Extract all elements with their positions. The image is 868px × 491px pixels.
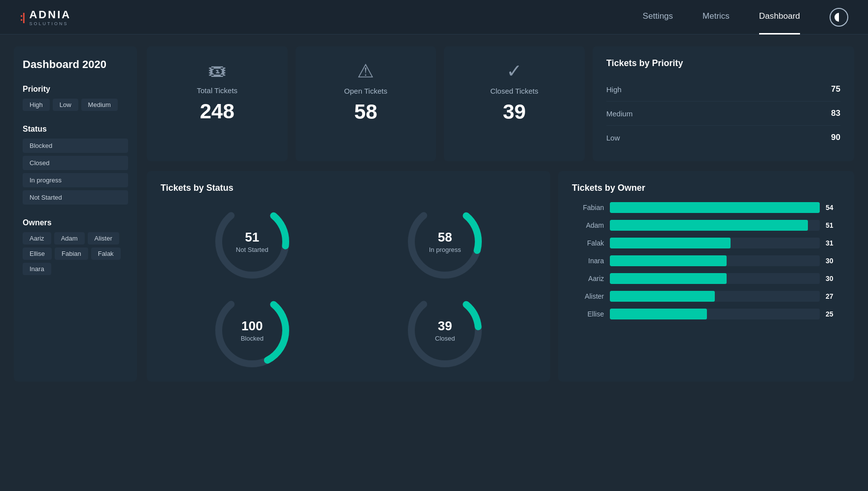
main-content: Dashboard 2020 Priority High Low Medium … bbox=[0, 35, 868, 393]
owner-inara[interactable]: Inara bbox=[23, 263, 51, 275]
status-blocked[interactable]: Blocked bbox=[23, 139, 128, 153]
priority-low-name: Low bbox=[606, 134, 620, 142]
priority-label: Priority bbox=[23, 85, 128, 94]
total-tickets-label: Total Tickets bbox=[197, 86, 238, 95]
owner-name: Inara bbox=[572, 257, 604, 265]
donut-wrapper: 100 Blocked bbox=[213, 291, 292, 370]
owner-ellise[interactable]: Ellise bbox=[23, 247, 52, 260]
dashboard-content: 🎟 Total Tickets 248 ⚠ Open Tickets 58 ✓ … bbox=[147, 46, 854, 382]
owner-bar bbox=[610, 291, 715, 302]
owners-label: Owners bbox=[23, 218, 128, 227]
owner-count: 25 bbox=[826, 310, 840, 318]
status-closed[interactable]: Closed bbox=[23, 156, 128, 170]
theme-toggle-icon bbox=[835, 13, 843, 22]
owner-count: 30 bbox=[826, 257, 840, 265]
donut-center: 39 Closed bbox=[435, 318, 455, 343]
owner-bar-bg bbox=[610, 202, 820, 213]
total-tickets-card: 🎟 Total Tickets 248 bbox=[147, 46, 288, 161]
owner-name: Adam bbox=[572, 221, 604, 229]
status-card: Tickets by Status 51 Not Started bbox=[147, 171, 550, 382]
status-notstarted[interactable]: Not Started bbox=[23, 190, 128, 205]
logo: :| ADNIA SOLUTIONS bbox=[20, 8, 71, 26]
owner-row: Falak 31 bbox=[572, 238, 840, 248]
status-inprogress[interactable]: In progress bbox=[23, 173, 128, 187]
donut-in-progress: 58 In progress bbox=[354, 202, 537, 281]
open-tickets-icon: ⚠ bbox=[357, 60, 374, 82]
owner-name: Fabian bbox=[572, 204, 604, 211]
donut-label: Not Started bbox=[236, 246, 268, 253]
priority-high-row: High 75 bbox=[606, 77, 840, 102]
owner-card-title: Tickets by Owner bbox=[572, 183, 840, 193]
status-filter-section: Status Blocked Closed In progress Not St… bbox=[23, 125, 128, 205]
owner-row: Fabian 54 bbox=[572, 202, 840, 213]
sidebar-title: Dashboard 2020 bbox=[23, 58, 128, 71]
closed-tickets-card: ✓ Closed Tickets 39 bbox=[444, 46, 585, 161]
theme-toggle-button[interactable] bbox=[830, 8, 848, 27]
donut-number: 51 bbox=[236, 230, 268, 245]
owner-count: 27 bbox=[826, 292, 840, 300]
status-card-title: Tickets by Status bbox=[161, 183, 536, 193]
logo-subtitle: SOLUTIONS bbox=[29, 21, 71, 26]
owner-aariz[interactable]: Aariz bbox=[23, 232, 51, 245]
priority-tag-high[interactable]: High bbox=[23, 99, 50, 111]
owner-name: Alister bbox=[572, 292, 604, 300]
donut-blocked: 100 Blocked bbox=[161, 291, 344, 370]
priority-medium-name: Medium bbox=[606, 109, 633, 118]
nav-links: Settings Metrics Dashboard bbox=[643, 0, 800, 35]
priority-medium-count: 83 bbox=[831, 108, 840, 118]
priority-tag-low[interactable]: Low bbox=[53, 99, 78, 111]
owner-bar-bg bbox=[610, 273, 820, 284]
owner-bar bbox=[610, 202, 820, 213]
owner-bar-bg bbox=[610, 309, 820, 319]
owner-name: Falak bbox=[572, 239, 604, 247]
priority-card: Tickets by Priority High 75 Medium 83 Lo… bbox=[593, 46, 854, 161]
owner-bar-bg bbox=[610, 291, 820, 302]
owner-falak[interactable]: Falak bbox=[91, 247, 121, 260]
donut-number: 58 bbox=[429, 230, 461, 245]
owner-count: 30 bbox=[826, 275, 840, 282]
owner-row: Alister 27 bbox=[572, 291, 840, 302]
priority-low-count: 90 bbox=[831, 133, 840, 142]
owner-row: Adam 51 bbox=[572, 220, 840, 231]
nav-metrics[interactable]: Metrics bbox=[702, 0, 730, 35]
donut-label: Blocked bbox=[241, 335, 264, 342]
owner-alister[interactable]: Alister bbox=[88, 232, 119, 245]
owner-count: 51 bbox=[826, 221, 840, 229]
owner-bar bbox=[610, 309, 707, 319]
owner-card: Tickets by Owner Fabian 54 Adam 51 Falak… bbox=[558, 171, 854, 382]
donut-not-started: 51 Not Started bbox=[161, 202, 344, 281]
status-list: Blocked Closed In progress Not Started bbox=[23, 139, 128, 205]
closed-tickets-value: 39 bbox=[503, 100, 526, 124]
owner-row: Ellise 25 bbox=[572, 309, 840, 319]
total-tickets-icon: 🎟 bbox=[208, 60, 227, 81]
nav-dashboard[interactable]: Dashboard bbox=[759, 0, 800, 35]
owner-name: Ellise bbox=[572, 310, 604, 318]
priority-tags: High Low Medium bbox=[23, 99, 128, 111]
owner-bars: Fabian 54 Adam 51 Falak 31 Inara 30 Aari… bbox=[572, 202, 840, 319]
owner-bar bbox=[610, 220, 808, 231]
owner-bar bbox=[610, 273, 727, 284]
owner-fabian[interactable]: Fabian bbox=[55, 247, 88, 260]
owner-adam[interactable]: Adam bbox=[54, 232, 85, 245]
total-tickets-value: 248 bbox=[200, 100, 234, 123]
open-tickets-value: 58 bbox=[354, 100, 377, 124]
logo-icon: :| bbox=[20, 11, 24, 24]
status-label: Status bbox=[23, 125, 128, 134]
donut-grid: 51 Not Started 58 In progress bbox=[161, 202, 536, 370]
owner-row: Inara 30 bbox=[572, 255, 840, 266]
owner-tags: Aariz Adam Alister Ellise Fabian Falak I… bbox=[23, 232, 128, 275]
donut-label: Closed bbox=[435, 335, 455, 342]
priority-card-title: Tickets by Priority bbox=[606, 58, 840, 69]
owner-count: 54 bbox=[826, 204, 840, 211]
donut-wrapper: 58 In progress bbox=[405, 202, 484, 281]
sidebar: Dashboard 2020 Priority High Low Medium … bbox=[14, 46, 137, 382]
nav-settings[interactable]: Settings bbox=[643, 0, 673, 35]
owners-filter-section: Owners Aariz Adam Alister Ellise Fabian … bbox=[23, 218, 128, 275]
donut-number: 39 bbox=[435, 318, 455, 334]
donut-center: 51 Not Started bbox=[236, 230, 268, 254]
donut-center: 58 In progress bbox=[429, 230, 461, 254]
bottom-row: Tickets by Status 51 Not Started bbox=[147, 171, 854, 382]
priority-tag-medium[interactable]: Medium bbox=[81, 99, 118, 111]
open-tickets-card: ⚠ Open Tickets 58 bbox=[296, 46, 436, 161]
owner-bar-bg bbox=[610, 220, 820, 231]
